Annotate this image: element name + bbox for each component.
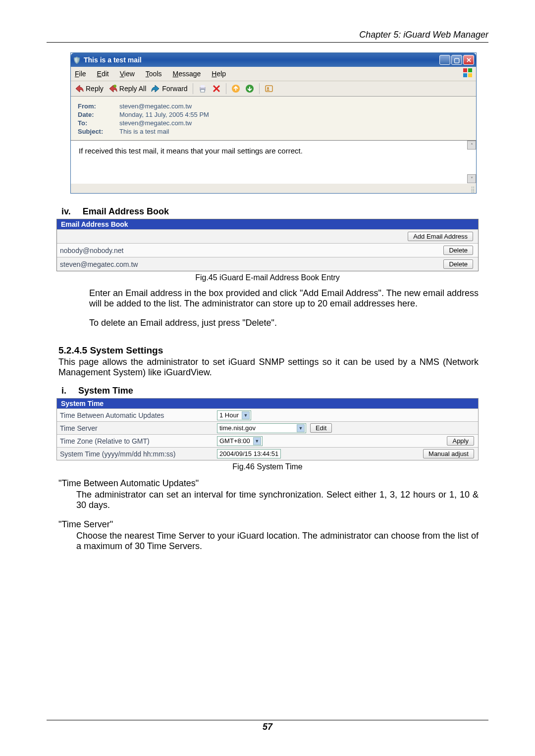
maximize-button[interactable]: ▢ bbox=[451, 55, 462, 65]
delete-button[interactable]: Delete bbox=[443, 259, 473, 269]
st-row: Time Server time.nist.gov ▼ Edit bbox=[57, 421, 478, 434]
st-label: Time Between Automatic Updates bbox=[57, 411, 217, 419]
next-icon[interactable] bbox=[245, 84, 254, 93]
bottom-rule bbox=[47, 720, 488, 720]
menu-help[interactable]: Help bbox=[212, 70, 226, 78]
section-i-heading: i. System Time bbox=[61, 386, 488, 396]
system-time-input[interactable]: 2004/09/15 13:44:51 bbox=[217, 449, 281, 458]
section-iv-title: Email Address Book bbox=[83, 206, 169, 217]
section-i-title: System Time bbox=[78, 386, 133, 396]
menu-file[interactable]: File bbox=[75, 70, 86, 78]
st-row: System Time (yyyy/mm/dd hh:mm:ss) 2004/0… bbox=[57, 447, 478, 460]
q-tbau: "Time Between Automatic Updates" bbox=[58, 478, 488, 489]
edit-button[interactable]: Edit bbox=[310, 423, 332, 433]
forward-button[interactable]: Forward bbox=[151, 84, 187, 93]
svg-rect-6 bbox=[201, 85, 205, 88]
reply-label: Reply bbox=[86, 85, 104, 93]
svg-rect-2 bbox=[463, 73, 467, 77]
svg-rect-0 bbox=[463, 68, 467, 72]
svg-rect-3 bbox=[468, 73, 472, 77]
svg-point-4 bbox=[113, 85, 116, 88]
st-row: Time Between Automatic Updates 1 Hour ▼ bbox=[57, 408, 478, 421]
address-book-table: Email Address Book Add Email Address nob… bbox=[56, 219, 479, 271]
page-number: 57 bbox=[0, 722, 535, 732]
st-label: System Time (yyyy/mm/dd hh:mm:ss) bbox=[57, 450, 217, 458]
menu-edit[interactable]: Edit bbox=[97, 70, 109, 78]
menu-view[interactable]: View bbox=[120, 70, 135, 78]
menu-tools[interactable]: Tools bbox=[146, 70, 162, 78]
update-interval-value: 1 Hour bbox=[219, 411, 239, 419]
p-5245: This page allows the administrator to se… bbox=[58, 357, 479, 378]
chevron-down-icon: ▼ bbox=[297, 424, 305, 432]
mail-body-text: If received this test mail, it means tha… bbox=[79, 147, 303, 155]
menu-message[interactable]: Message bbox=[173, 70, 201, 78]
manual-adjust-button[interactable]: Manual adjust bbox=[423, 449, 474, 458]
add-email-button[interactable]: Add Email Address bbox=[408, 232, 473, 241]
address-book-para-1: Enter an Email address in the box provid… bbox=[89, 288, 479, 309]
reply-all-label: Reply All bbox=[119, 85, 146, 93]
st-row: Time Zone (Relative to GMT) GMT+8:00 ▼ A… bbox=[57, 434, 478, 447]
fig46-caption: Fig.46 System Time bbox=[47, 462, 488, 471]
date-value: Monday, 11 July, 2005 4:55 PM bbox=[119, 111, 209, 118]
q-ts: "Time Server" bbox=[58, 519, 488, 530]
system-time-table: System Time Time Between Automatic Updat… bbox=[56, 398, 479, 460]
h-5245: 5.2.4.5 System Settings bbox=[58, 345, 488, 356]
date-label: Date: bbox=[78, 111, 119, 118]
address-book-add-row: Add Email Address bbox=[57, 229, 478, 243]
timezone-value: GMT+8:00 bbox=[219, 437, 250, 445]
chapter-header: Chapter 5: iGuard Web Manager bbox=[47, 30, 488, 40]
addresses-icon[interactable] bbox=[265, 84, 273, 93]
p-tbau: The administrator can set an interval fo… bbox=[76, 490, 479, 510]
apply-button[interactable]: Apply bbox=[447, 436, 474, 446]
previous-icon[interactable] bbox=[231, 84, 240, 93]
mail-window-title: This is a test mail bbox=[84, 56, 438, 64]
mail-shield-icon: 🛡️ bbox=[73, 56, 81, 64]
delete-button[interactable]: Delete bbox=[443, 246, 473, 255]
address-cell: steven@megatec.com.tw bbox=[57, 260, 267, 268]
svg-rect-1 bbox=[468, 68, 472, 72]
chevron-down-icon: ▼ bbox=[253, 437, 261, 445]
p-ts: Choose the nearest Time Server to your i… bbox=[76, 531, 479, 552]
from-label: From: bbox=[78, 102, 119, 110]
reply-button[interactable]: Reply bbox=[75, 84, 104, 93]
forward-label: Forward bbox=[162, 85, 187, 93]
time-server-value: time.nist.gov bbox=[219, 424, 256, 432]
timezone-select[interactable]: GMT+8:00 ▼ bbox=[217, 436, 263, 446]
mail-titlebar: 🛡️ This is a test mail _ ▢ ✕ bbox=[71, 53, 476, 67]
section-iv-num: iv. bbox=[61, 206, 71, 217]
scroll-down-icon[interactable]: ˅ bbox=[467, 174, 476, 183]
subject-value: This is a test mail bbox=[119, 128, 169, 135]
mail-window: 🛡️ This is a test mail _ ▢ ✕ File Edit V… bbox=[70, 52, 477, 194]
print-icon[interactable] bbox=[198, 84, 207, 93]
svg-rect-7 bbox=[201, 90, 205, 92]
scroll-up-icon[interactable]: ˄ bbox=[467, 141, 476, 150]
svg-rect-10 bbox=[266, 86, 272, 92]
update-interval-select[interactable]: 1 Hour ▼ bbox=[217, 410, 251, 420]
minimize-button[interactable]: _ bbox=[439, 55, 450, 65]
mail-headers: From:steven@megatec.com.tw Date:Monday, … bbox=[71, 97, 476, 141]
address-cell: nobody@nobody.net bbox=[57, 247, 267, 254]
chevron-down-icon: ▼ bbox=[242, 411, 250, 419]
mail-body: If received this test mail, it means tha… bbox=[71, 141, 476, 183]
st-label: Time Zone (Relative to GMT) bbox=[57, 437, 217, 445]
subject-label: Subject: bbox=[78, 128, 119, 135]
address-row: nobody@nobody.net Delete bbox=[57, 243, 478, 257]
section-iv-heading: iv. Email Address Book bbox=[61, 206, 488, 217]
resize-grip-icon[interactable]: ⣿ bbox=[471, 186, 475, 193]
svg-point-11 bbox=[267, 87, 269, 89]
top-rule bbox=[47, 42, 488, 43]
mail-toolbar: Reply Reply All Forward bbox=[71, 81, 476, 97]
fig45-caption: Fig.45 iGuard E-mail Address Book Entry bbox=[47, 273, 488, 282]
section-i-num: i. bbox=[61, 386, 66, 396]
address-book-para-2: To delete an Email address, just press "… bbox=[89, 318, 479, 328]
time-server-select[interactable]: time.nist.gov ▼ bbox=[217, 423, 306, 433]
address-row: steven@megatec.com.tw Delete bbox=[57, 257, 478, 271]
st-label: Time Server bbox=[57, 424, 217, 432]
to-value: steven@megatec.com.tw bbox=[119, 119, 192, 127]
reply-all-button[interactable]: Reply All bbox=[108, 84, 146, 93]
mail-menubar: File Edit View Tools Message Help bbox=[71, 67, 476, 81]
address-book-header: Email Address Book bbox=[57, 219, 478, 229]
to-label: To: bbox=[78, 119, 119, 127]
close-button[interactable]: ✕ bbox=[463, 55, 474, 65]
delete-icon[interactable] bbox=[212, 84, 221, 93]
